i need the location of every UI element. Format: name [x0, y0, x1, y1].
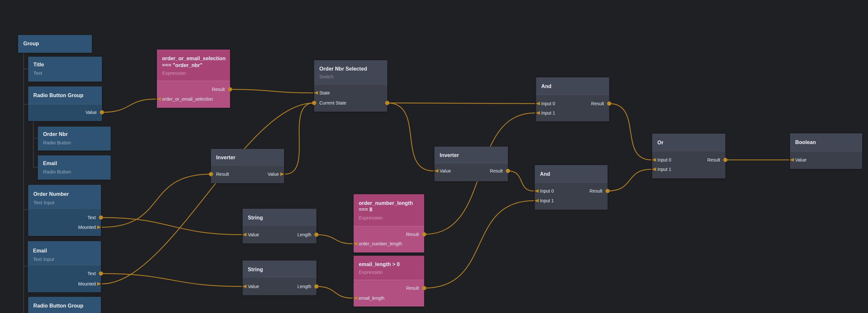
- node-graph-canvas[interactable]: Group Title Text Radio Button Group Valu…: [0, 0, 868, 313]
- node-header: [38, 126, 111, 150]
- node-divider: [243, 277, 316, 277]
- node-expr3[interactable]: email_length > 0 Expression Resultemail_…: [353, 256, 424, 307]
- node-title: Order Nbr Selected: [319, 66, 367, 72]
- node-header: [28, 57, 102, 82]
- node-email_ti[interactable]: Email Text Input TextMounted: [28, 241, 101, 292]
- node-subtitle: Text Input: [33, 256, 54, 262]
- node-title: Boolean: [795, 140, 816, 145]
- node-divider: [314, 84, 387, 85]
- node-divider: [157, 81, 230, 81]
- port-label-order_number_ti-text: Text: [87, 215, 96, 220]
- port-label-expr3-result: Result: [406, 285, 419, 291]
- port-label-or-input0: Input 0: [657, 157, 671, 163]
- node-title: order_number_length: [359, 200, 413, 206]
- port-label-expr3-in: email_length: [359, 295, 384, 301]
- port-label-expr2-result: Result: [406, 232, 419, 237]
- port-label-string1-value: Value: [248, 232, 259, 237]
- node-email_rb[interactable]: Email Radio Button: [38, 155, 111, 180]
- node-divider: [434, 163, 508, 164]
- node-inverter1[interactable]: Inverter ResultValue: [211, 149, 284, 183]
- port-label-or-result: Result: [707, 157, 720, 163]
- port-label-string1-length: Length: [297, 232, 311, 237]
- node-and2[interactable]: And Input 0Input 1Result: [535, 165, 608, 210]
- node-divider: [790, 151, 862, 152]
- port-label-string2-length: Length: [297, 284, 311, 289]
- node-switch[interactable]: Order Nbr Selected Switch StateCurrent S…: [314, 60, 387, 112]
- port-label-expr1-result: Result: [212, 87, 225, 92]
- node-expr1[interactable]: order_or_email_selection === "order_nbr"…: [157, 50, 230, 108]
- port-label-and1-result: Result: [591, 101, 604, 106]
- node-title: Radio Button Group: [33, 92, 84, 98]
- port-label-switch-state: State: [319, 90, 330, 95]
- node-divider: [536, 94, 609, 95]
- node-title: And: [541, 84, 551, 89]
- node-subtitle: Radio Button: [43, 169, 71, 174]
- node-expr2[interactable]: order_number_length === 8 Expression Res…: [353, 194, 424, 253]
- port-label-and1-input0: Input 0: [541, 101, 555, 106]
- node-inverter2[interactable]: Inverter ValueResult: [434, 147, 508, 181]
- node-title: Group: [23, 41, 39, 47]
- node-and1[interactable]: And Input 0Input 1Result: [536, 77, 609, 121]
- node-title: Email: [43, 161, 57, 166]
- node-order_nbr_rb[interactable]: Order Nbr Radio Button: [38, 126, 111, 150]
- node-title: String: [248, 267, 263, 273]
- node-title: order_or_email_selection: [162, 56, 225, 61]
- node-subtitle: Expression: [359, 215, 383, 221]
- node-title: Inverter: [216, 155, 236, 161]
- node-subtitle: Text Input: [33, 200, 54, 205]
- port-label-and2-result: Result: [589, 189, 602, 194]
- node-rbg1[interactable]: Radio Button Group Value: [28, 86, 102, 121]
- node-title: And: [540, 171, 550, 177]
- node-divider: [211, 165, 284, 166]
- node-header: [353, 256, 424, 280]
- port-label-expr1-in: order_or_email_selection: [162, 96, 213, 102]
- port-label-email_ti-mounted: Mounted: [78, 281, 96, 286]
- node-divider: [353, 280, 424, 280]
- port-label-inverter2-result: Result: [490, 168, 503, 173]
- node-subtitle: Text: [33, 70, 42, 76]
- port-label-expr2-in: order_number_length: [359, 241, 402, 246]
- port-label-or-input1: Input 1: [657, 167, 671, 172]
- port-label-order_number_ti-mounted: Mounted: [78, 225, 96, 230]
- node-group[interactable]: Group: [18, 35, 92, 53]
- node-subtitle: Radio Button: [43, 140, 71, 145]
- node-rbg2[interactable]: Radio Button Group: [28, 297, 101, 313]
- port-label-email_ti-text: Text: [87, 271, 96, 276]
- port-label-string2-value: Value: [248, 284, 259, 289]
- port-label-inverter2-value: Value: [440, 168, 451, 173]
- port-label-boolean-value: Value: [795, 157, 807, 163]
- node-subtitle: Expression: [359, 269, 383, 275]
- node-divider: [28, 104, 102, 105]
- node-divider: [28, 265, 101, 265]
- node-divider: [243, 225, 316, 226]
- node-header: [38, 155, 111, 180]
- node-title-line2: === 8: [359, 207, 372, 213]
- node-divider: [353, 226, 424, 227]
- node-title: Title: [33, 62, 44, 68]
- node-or[interactable]: Or Input 0Input 1Result: [652, 134, 725, 178]
- port-label-and2-input1: Input 1: [540, 198, 554, 203]
- node-subtitle: Switch: [319, 74, 334, 79]
- node-divider: [535, 182, 608, 183]
- port-label-inverter1-result: Result: [216, 172, 229, 177]
- port-label-and2-input0: Input 0: [540, 189, 554, 194]
- node-divider: [652, 151, 725, 151]
- node-title: String: [248, 215, 263, 221]
- node-string1[interactable]: String ValueLength: [243, 209, 316, 244]
- node-title: Inverter: [440, 152, 459, 158]
- node-boolean[interactable]: Boolean Value: [790, 133, 862, 169]
- port-label-and1-input1: Input 1: [541, 110, 555, 116]
- node-title: email_length > 0: [359, 261, 400, 267]
- node-title: Radio Button Group: [33, 303, 84, 309]
- node-title-line2: === "order_nbr": [162, 62, 203, 68]
- node-order_number_ti[interactable]: Order Number Text Input TextMounted: [28, 185, 101, 236]
- node-title_text[interactable]: Title Text: [28, 57, 102, 82]
- node-title: Or: [657, 140, 663, 146]
- node-header: [314, 60, 387, 84]
- port-label-inverter1-value: Value: [268, 172, 279, 177]
- node-title: Order Number: [33, 191, 69, 197]
- nodes-layer: Group Title Text Radio Button Group Valu…: [0, 0, 868, 313]
- node-subtitle: Expression: [162, 70, 186, 76]
- node-string2[interactable]: String ValueLength: [243, 261, 316, 295]
- port-label-rbg1-value: Value: [85, 110, 97, 115]
